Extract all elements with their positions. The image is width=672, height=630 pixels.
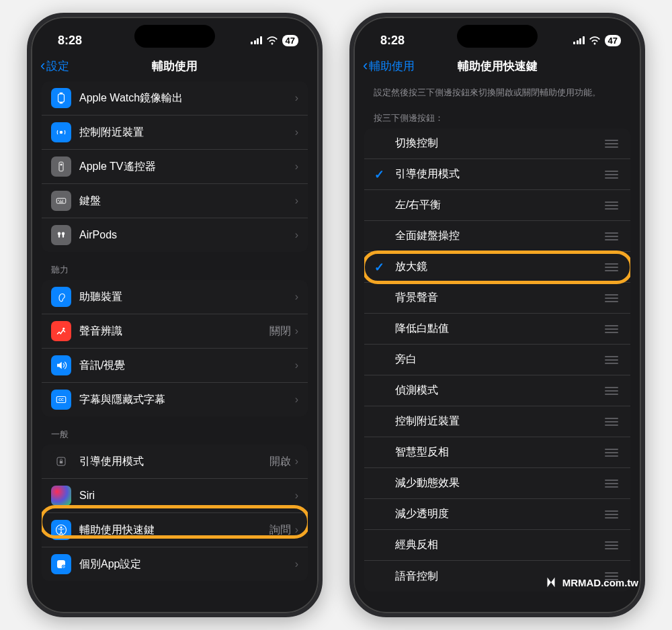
drag-handle-icon[interactable] xyxy=(602,353,621,367)
shortcut-row[interactable]: 左/右平衡 xyxy=(364,190,630,221)
shortcut-row[interactable]: 降低白點值 xyxy=(364,314,630,345)
shortcut-row[interactable]: 背景聲音 xyxy=(364,283,630,314)
shortcut-label: 左/右平衡 xyxy=(395,198,602,212)
svg-rect-14 xyxy=(62,234,64,238)
settings-row[interactable]: Siri› xyxy=(42,479,308,513)
settings-row[interactable]: 音訊/視覺› xyxy=(42,349,308,383)
accessibility-icon xyxy=(51,520,71,540)
chevron-right-icon: › xyxy=(295,291,298,303)
drag-handle-icon[interactable] xyxy=(602,477,621,490)
row-label: 引導使用模式 xyxy=(79,455,269,469)
chevron-right-icon: › xyxy=(295,490,298,502)
settings-row[interactable]: 助聽裝置› xyxy=(42,280,308,314)
drag-handle-icon[interactable] xyxy=(602,539,621,552)
shortcut-row[interactable]: 控制附近裝置 xyxy=(364,406,630,437)
drag-handle-icon[interactable] xyxy=(602,415,621,429)
nav-bar: ‹ 設定 輔助使用 xyxy=(31,52,319,81)
settings-row[interactable]: 個別App設定› xyxy=(42,547,308,581)
shortcut-row[interactable]: 全面鍵盤操控 xyxy=(364,221,630,252)
svg-rect-19 xyxy=(60,461,63,463)
shortcut-row[interactable]: 切換控制 xyxy=(364,128,630,159)
shortcut-row[interactable]: 經典反相 xyxy=(364,530,630,561)
row-label: 字幕與隱藏式字幕 xyxy=(79,393,295,407)
shortcut-row[interactable]: 智慧型反相 xyxy=(364,437,630,468)
settings-row[interactable]: 聲音辨識關閉› xyxy=(42,314,308,349)
shortcut-label: 全面鍵盤操控 xyxy=(395,229,602,243)
settings-row[interactable]: Apple TV遙控器› xyxy=(42,150,308,184)
svg-point-8 xyxy=(60,200,62,201)
drag-handle-icon[interactable] xyxy=(602,322,621,336)
shortcut-row[interactable]: 偵測模式 xyxy=(364,375,630,406)
chevron-right-icon: › xyxy=(295,195,298,207)
nav-bar: ‹ 輔助使用 輔助使用快速鍵 xyxy=(353,52,641,81)
check-column: ✓ xyxy=(370,167,388,182)
back-button[interactable]: ‹ 設定 xyxy=(40,57,69,75)
section-header-general: 一般 xyxy=(42,416,308,445)
settings-row[interactable]: 引導使用模式開啟› xyxy=(42,445,308,479)
drag-handle-icon[interactable] xyxy=(602,137,621,150)
drag-handle-icon[interactable] xyxy=(602,291,621,305)
signal-icon xyxy=(251,36,262,44)
drag-handle-icon[interactable] xyxy=(602,230,621,243)
content-right: 設定然後按三下側邊按鈕來切換開啟或關閉輔助使用功能。 按三下側邊按鈕： 切換控制… xyxy=(353,81,641,613)
dynamic-island xyxy=(134,25,215,48)
chevron-right-icon: › xyxy=(295,92,298,104)
dynamic-island xyxy=(457,25,538,48)
shortcut-label: 減少動態效果 xyxy=(395,476,602,490)
shortcut-label: 控制附近裝置 xyxy=(395,414,602,429)
shortcut-label: 降低白點值 xyxy=(395,322,602,336)
settings-row[interactable]: AirPods› xyxy=(42,218,308,252)
status-time: 8:28 xyxy=(380,34,405,48)
shortcut-row[interactable]: 旁白 xyxy=(364,345,630,375)
drag-handle-icon[interactable] xyxy=(602,508,621,521)
shortcut-row[interactable]: 減少透明度 xyxy=(364,499,630,530)
shortcut-label: 引導使用模式 xyxy=(395,167,602,181)
drag-handle-icon[interactable] xyxy=(602,446,621,459)
settings-row[interactable]: CC字幕與隱藏式字幕› xyxy=(42,383,308,416)
svg-point-9 xyxy=(62,200,64,201)
sound-icon xyxy=(51,321,71,341)
status-icons: 47 xyxy=(251,35,298,46)
settings-group-hearing: 助聽裝置›聲音辨識關閉›音訊/視覺›CC字幕與隱藏式字幕› xyxy=(42,280,308,416)
chevron-right-icon: › xyxy=(295,229,298,241)
content-left: Apple Watch鏡像輸出›控制附近裝置›Apple TV遙控器›鍵盤›Ai… xyxy=(31,81,319,613)
settings-row[interactable]: 控制附近裝置› xyxy=(42,116,308,150)
row-value: 詢問 xyxy=(269,523,291,537)
chevron-left-icon: ‹ xyxy=(363,57,368,75)
shortcut-row[interactable]: ✓放大鏡 xyxy=(364,252,630,283)
cc-icon: CC xyxy=(51,390,71,410)
settings-group-physical: Apple Watch鏡像輸出›控制附近裝置›Apple TV遙控器›鍵盤›Ai… xyxy=(42,81,308,252)
svg-point-3 xyxy=(60,131,63,134)
shortcut-list: 切換控制✓引導使用模式左/右平衡全面鍵盤操控✓放大鏡背景聲音降低白點值旁白偵測模… xyxy=(364,128,630,592)
chevron-right-icon: › xyxy=(295,524,298,536)
appsettings-icon xyxy=(51,554,71,574)
svg-rect-10 xyxy=(59,201,63,202)
watermark-text: MRMAD.com.tw xyxy=(562,577,638,588)
drag-handle-icon[interactable] xyxy=(602,168,621,181)
svg-point-21 xyxy=(60,527,62,529)
drag-handle-icon[interactable] xyxy=(602,384,621,398)
shortcut-row[interactable]: 減少動態效果 xyxy=(364,468,630,499)
row-label: 個別App設定 xyxy=(79,557,295,572)
chevron-right-icon: › xyxy=(295,325,298,337)
svg-point-7 xyxy=(58,200,60,201)
settings-row[interactable]: Apple Watch鏡像輸出› xyxy=(42,81,308,116)
status-icons: 47 xyxy=(573,35,621,46)
back-label: 設定 xyxy=(46,58,69,74)
shortcut-row[interactable]: ✓引導使用模式 xyxy=(364,159,630,190)
battery-icon: 47 xyxy=(282,35,298,46)
status-time: 8:28 xyxy=(58,34,82,48)
settings-row[interactable]: 鍵盤› xyxy=(42,184,308,218)
back-button[interactable]: ‹ 輔助使用 xyxy=(363,57,415,75)
list-header: 按三下側邊按鈕： xyxy=(364,108,630,128)
settings-row[interactable]: 輔助使用快速鍵詢問› xyxy=(42,513,308,547)
shortcut-label: 減少透明度 xyxy=(395,507,602,521)
chevron-right-icon: › xyxy=(295,161,298,173)
drag-handle-icon[interactable] xyxy=(602,199,621,212)
drag-handle-icon[interactable] xyxy=(602,261,621,274)
shortcut-label: 智慧型反相 xyxy=(395,445,602,459)
page-title: 輔助使用快速鍵 xyxy=(458,58,538,74)
checkmark-icon: ✓ xyxy=(374,167,384,182)
svg-rect-2 xyxy=(60,102,63,103)
battery-icon: 47 xyxy=(605,35,621,46)
